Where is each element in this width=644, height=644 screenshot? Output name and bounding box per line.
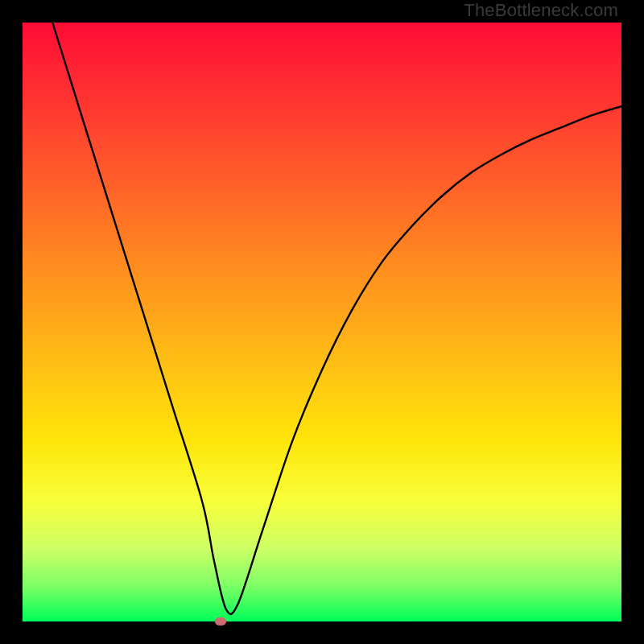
optimal-point-marker bbox=[215, 617, 226, 625]
curve-svg bbox=[23, 23, 621, 621]
chart-frame: TheBottleneck.com bbox=[0, 0, 644, 644]
bottleneck-curve bbox=[52, 23, 621, 614]
watermark-text: TheBottleneck.com bbox=[464, 0, 618, 21]
plot-area bbox=[23, 23, 621, 621]
